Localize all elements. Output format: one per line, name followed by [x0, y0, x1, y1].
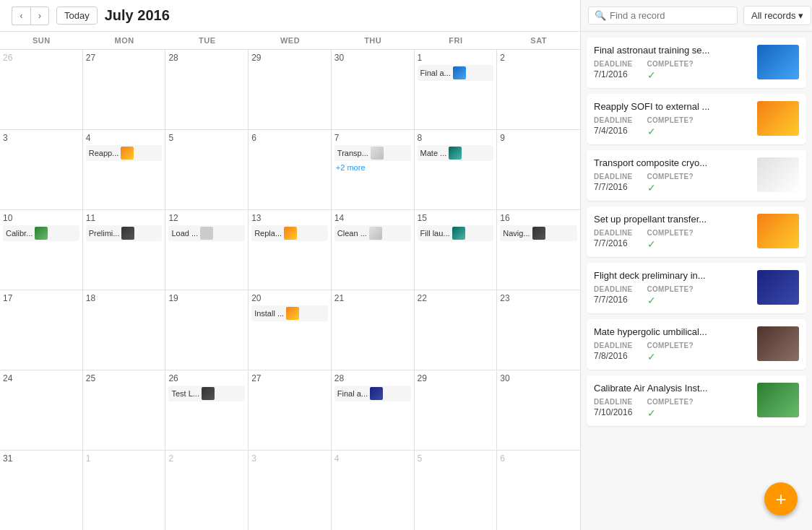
calendar-cell-1-3[interactable]: 6 [249, 130, 332, 209]
day-number: 27 [251, 373, 328, 383]
calendar-cell-5-6[interactable]: 6 [497, 451, 580, 530]
record-card[interactable]: Set up propellant transfer... DEADLINE 7… [587, 207, 806, 257]
calendar-cell-1-1[interactable]: 4Reapp... [83, 130, 166, 209]
calendar-cell-5-3[interactable]: 3 [249, 451, 332, 530]
today-button[interactable]: Today [56, 6, 98, 25]
calendar-cell-0-3[interactable]: 29 [249, 50, 332, 129]
calendar-cell-1-5[interactable]: 8Mate ... [415, 130, 498, 209]
complete-col: COMPLETE? ✓ [647, 285, 694, 306]
deadline-value: 7/7/2016 [594, 182, 633, 192]
record-card[interactable]: Mate hypergolic umbilical... DEADLINE 7/… [587, 319, 806, 370]
calendar-event[interactable]: Final a... [334, 386, 411, 401]
calendar-cell-5-5[interactable]: 5 [415, 451, 498, 530]
filter-button[interactable]: All records ▾ [743, 6, 811, 25]
calendar-cell-3-1[interactable]: 18 [83, 290, 166, 370]
record-card[interactable]: Reapply SOFI to external ... DEADLINE 7/… [587, 94, 806, 144]
calendar-cell-5-0[interactable]: 31 [0, 451, 83, 530]
event-label: Install ... [254, 309, 284, 318]
calendar-header: ‹ › Today July 2016 [0, 0, 580, 32]
day-number: 6 [251, 133, 328, 143]
day-number: 3 [3, 133, 79, 143]
calendar-event[interactable]: Clean ... [334, 225, 411, 241]
records-list: Final astronaut training se... DEADLINE … [581, 32, 812, 530]
record-title: Reapply SOFI to external ... [594, 101, 750, 112]
record-card[interactable]: Transport composite cryo... DEADLINE 7/7… [587, 150, 806, 201]
calendar-cell-1-6[interactable]: 9 [497, 130, 580, 209]
prev-month-button[interactable]: ‹ [12, 6, 30, 25]
record-info: Transport composite cryo... DEADLINE 7/7… [594, 157, 750, 194]
calendar-cell-0-0[interactable]: 26 [0, 50, 83, 129]
calendar-cell-0-6[interactable]: 2 [497, 50, 580, 129]
calendar-cell-0-2[interactable]: 28 [165, 50, 249, 129]
add-record-button[interactable]: + [764, 482, 798, 516]
calendar-event[interactable]: Reapp... [86, 145, 163, 161]
calendar-event[interactable]: Calibr... [3, 225, 79, 241]
record-image [757, 270, 799, 305]
record-card[interactable]: Calibrate Air Analysis Inst... DEADLINE … [587, 375, 806, 426]
calendar-cell-0-4[interactable]: 30 [332, 50, 415, 129]
event-thumbnail [449, 147, 462, 160]
more-events-link[interactable]: +2 more [334, 162, 411, 173]
calendar-event[interactable]: Load ... [168, 225, 245, 241]
calendar-cell-1-2[interactable]: 5 [165, 130, 249, 209]
day-number: 15 [418, 213, 494, 223]
record-title: Mate hypergolic umbilical... [594, 326, 750, 337]
calendar-event[interactable]: Repla... [251, 225, 328, 241]
complete-label: COMPLETE? [647, 116, 694, 124]
chevron-down-icon: ▾ [798, 10, 803, 21]
event-label: Fill lau... [420, 229, 450, 238]
complete-label: COMPLETE? [647, 60, 694, 68]
calendar-cell-2-1[interactable]: 11Prelimi... [83, 210, 166, 290]
calendar-cell-4-2[interactable]: 26Test L... [165, 370, 249, 450]
day-number: 14 [334, 213, 411, 223]
calendar-cell-4-1[interactable]: 25 [83, 370, 166, 450]
calendar-cell-2-4[interactable]: 14Clean ... [332, 210, 415, 290]
calendar-event[interactable]: Transp... [334, 145, 411, 161]
search-box[interactable]: 🔍 [588, 6, 738, 25]
calendar-event[interactable]: Mate ... [418, 145, 494, 161]
calendar-cell-3-0[interactable]: 17 [0, 290, 83, 370]
record-image [757, 101, 799, 136]
calendar-cell-3-6[interactable]: 23 [497, 290, 580, 370]
calendar-cell-5-1[interactable]: 1 [83, 451, 166, 530]
record-title: Final astronaut training se... [594, 45, 750, 56]
calendar-cell-4-3[interactable]: 27 [249, 370, 332, 450]
search-input[interactable] [610, 10, 731, 21]
calendar-cell-5-2[interactable]: 2 [165, 451, 249, 530]
calendar-cell-2-3[interactable]: 13Repla... [249, 210, 332, 290]
event-label: Calibr... [6, 229, 33, 238]
complete-col: COMPLETE? ✓ [647, 116, 694, 137]
deadline-value: 7/4/2016 [594, 126, 633, 136]
calendar-cell-4-6[interactable]: 30 [497, 370, 580, 450]
next-month-button[interactable]: › [30, 6, 49, 25]
calendar-event[interactable]: Install ... [251, 305, 328, 321]
calendar-week-3: 17181920Install ...212223 [0, 290, 580, 370]
day-number: 16 [500, 213, 577, 223]
calendar-cell-0-5[interactable]: 1Final a... [415, 50, 498, 129]
record-card[interactable]: Final astronaut training se... DEADLINE … [587, 38, 806, 88]
calendar-cell-5-4[interactable]: 4 [332, 451, 415, 530]
calendar-event[interactable]: Test L... [168, 386, 245, 401]
calendar-cell-3-3[interactable]: 20Install ... [249, 290, 332, 370]
calendar-event[interactable]: Prelimi... [86, 225, 163, 241]
calendar-cell-4-5[interactable]: 29 [415, 370, 498, 450]
day-number: 2 [500, 53, 577, 63]
day-wed: WED [249, 32, 332, 49]
calendar-cell-3-5[interactable]: 22 [415, 290, 498, 370]
calendar-cell-2-5[interactable]: 15Fill lau... [415, 210, 498, 290]
calendar-event[interactable]: Fill lau... [418, 225, 494, 241]
record-card[interactable]: Flight deck preliminary in... DEADLINE 7… [587, 263, 806, 313]
calendar-event[interactable]: Final a... [418, 65, 494, 81]
calendar-cell-1-4[interactable]: 7Transp...+2 more [332, 130, 415, 209]
calendar-cell-4-0[interactable]: 24 [0, 370, 83, 450]
calendar-cell-3-2[interactable]: 19 [165, 290, 249, 370]
day-number: 23 [500, 293, 577, 303]
calendar-cell-0-1[interactable]: 27 [83, 50, 166, 129]
calendar-event[interactable]: Navig... [500, 225, 577, 241]
calendar-cell-4-4[interactable]: 28Final a... [332, 370, 415, 450]
calendar-cell-2-2[interactable]: 12Load ... [165, 210, 249, 290]
calendar-cell-2-6[interactable]: 16Navig... [497, 210, 580, 290]
calendar-cell-3-4[interactable]: 21 [332, 290, 415, 370]
calendar-cell-2-0[interactable]: 10Calibr... [0, 210, 83, 290]
calendar-cell-1-0[interactable]: 3 [0, 130, 83, 209]
